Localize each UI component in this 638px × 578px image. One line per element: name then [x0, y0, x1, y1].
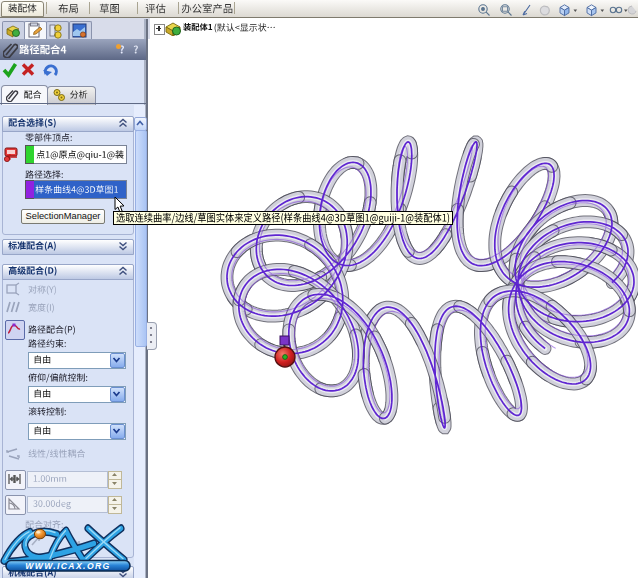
svg-text:WWW.ICAX.ORG: WWW.ICAX.ORG [25, 561, 110, 571]
